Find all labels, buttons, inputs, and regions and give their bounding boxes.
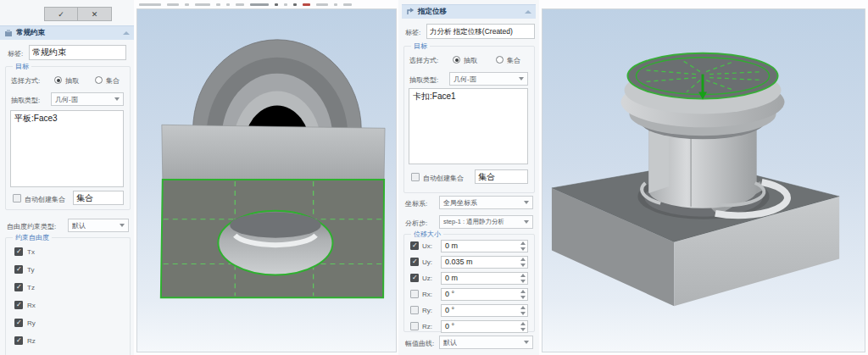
toolbar-mark [185,3,189,6]
selection-listbox[interactable]: 卡扣:Face1 [409,88,528,164]
disp-checkbox-rx[interactable] [410,290,419,298]
selection-list-item[interactable]: 平板:Face3 [14,113,120,125]
disp-input-rx[interactable]: 0 ° [441,288,528,301]
spinner-down-icon[interactable] [520,280,526,283]
radio-extract-label: 抽取 [65,76,79,86]
cae-app-window: ✓ ✕ 常规约束 标签: 常规约束 目标 选择方式: 抽取 集合 抽取类型: 几… [0,0,868,355]
dof-type-select[interactable]: 默认 [68,219,129,232]
chevron-down-icon [114,97,120,101]
toolbar-mark [284,3,287,6]
spinner-down-icon[interactable] [520,296,526,299]
toolbar-mark [195,3,210,6]
toolbar-mark [139,3,161,6]
viewport-toolbar[interactable] [134,0,398,8]
label-input[interactable]: 力分析 指定位移(Created) [426,24,535,39]
disp-checkbox-ry[interactable] [410,306,419,314]
check-icon: ✓ [58,10,64,19]
toolbar-mark [275,3,278,6]
disp-checkbox-rz[interactable] [410,322,419,330]
target-group-title: 目标 [411,42,430,51]
disp-input-uz[interactable]: 0 m [441,272,528,285]
label-field-caption: 标签: [8,49,23,58]
set-name-input[interactable]: 集合 [475,169,528,184]
radio-set[interactable] [496,56,504,64]
auto-create-set-label: 自动创建集合 [423,174,464,183]
spinner-up-icon[interactable] [520,306,526,309]
displacement-panel: 指定位移 标签: 力分析 指定位移(Created) 目标 选择方式: 抽取 集… [398,0,539,355]
spinner-down-icon[interactable] [520,312,526,315]
collapse-icon[interactable] [123,31,130,35]
label-field-caption: 标签: [405,28,420,37]
toolbar-mark [226,3,230,6]
auto-create-set-checkbox[interactable] [411,173,420,181]
viewport-bottom[interactable] [136,8,397,352]
disp-checkbox-uz[interactable] [410,274,419,282]
toolbar-mark [236,3,244,6]
toolbar-mark [293,3,297,6]
dof-type-label: 自由度约束类型: [7,222,56,231]
selected-face-cap-top[interactable] [627,53,777,100]
viewport-iso-wrap [539,0,868,355]
disp-value-rx: 0 ° [445,290,454,298]
set-name-input[interactable]: 集合 [73,191,124,205]
radio-extract-label: 抽取 [464,56,477,65]
spinner-up-icon[interactable] [520,241,526,245]
collapse-icon[interactable] [525,10,531,14]
dof-group-title: 约束自由度 [13,233,52,242]
spinner-up-icon[interactable] [520,322,526,325]
toolbar-mark [343,3,352,6]
spinner-down-icon[interactable] [520,328,526,331]
dof-checkbox-ry[interactable] [14,319,23,327]
spinner-down-icon[interactable] [520,263,526,267]
plate-front-face[interactable] [162,125,385,180]
disp-input-uy[interactable]: 0.035 m [441,256,528,269]
dof-checkbox-tz[interactable] [14,283,23,291]
spinner-up-icon[interactable] [520,290,526,293]
radio-set[interactable] [95,76,103,84]
confirm-button[interactable]: ✓ [44,7,78,21]
dof-checkbox-ty[interactable] [14,265,23,274]
selection-list-item[interactable]: 卡扣:Face1 [413,91,524,103]
spinner-up-icon[interactable] [520,258,526,261]
model-iso-view[interactable] [542,9,865,352]
spinner-down-icon[interactable] [520,247,526,251]
auto-create-set-checkbox[interactable] [13,194,21,202]
model-bottom-view[interactable] [137,9,396,352]
button-stem [648,127,756,208]
constraint-icon [4,29,13,37]
dof-type-value: 默认 [72,221,86,230]
dof-checkbox-rz[interactable] [14,336,23,345]
viewport-iso[interactable] [542,8,865,352]
radio-set-label: 集合 [507,56,520,65]
disp-input-rz[interactable]: 0 ° [441,320,528,333]
dof-label-rz: Rz [27,337,36,345]
disp-input-ux[interactable]: 0 m [441,240,528,252]
chevron-down-icon [524,220,529,224]
disp-checkbox-uy[interactable] [410,258,419,266]
countersink-hole [218,211,332,275]
coord-sys-select[interactable]: 全局坐标系 [439,196,533,209]
spinner-up-icon[interactable] [520,274,526,277]
disp-label-rz: Rz: [422,323,432,330]
extract-type-select[interactable]: 几何-面 [449,72,528,86]
cancel-button[interactable]: ✕ [78,7,112,21]
radio-extract[interactable] [453,56,460,64]
selection-listbox[interactable]: 平板:Face3 [10,110,124,187]
analysis-step-select[interactable]: step-1 : 通用静力分析 [439,215,533,229]
chevron-down-icon [120,224,125,227]
dof-label-ty: Ty [27,266,34,274]
dof-checkbox-rx[interactable] [14,301,23,309]
amplitude-value: 默认 [443,338,457,347]
disp-input-ry[interactable]: 0 ° [441,304,528,317]
disp-value-ux: 0 m [445,241,458,250]
dof-checkbox-tx[interactable] [14,247,23,256]
label-input[interactable]: 常规约束 [29,45,126,60]
extract-type-select[interactable]: 几何-面 [51,92,124,106]
disp-checkbox-ux[interactable] [410,241,419,250]
amplitude-select[interactable]: 默认 [439,336,533,349]
disp-value-ry: 0 ° [445,306,454,314]
toolbar-mark [316,3,328,6]
radio-extract[interactable] [54,76,62,84]
constraint-panel: ✓ ✕ 常规约束 标签: 常规约束 目标 选择方式: 抽取 集合 抽取类型: 几… [0,0,134,355]
panel-header: 常规约束 [0,25,134,40]
